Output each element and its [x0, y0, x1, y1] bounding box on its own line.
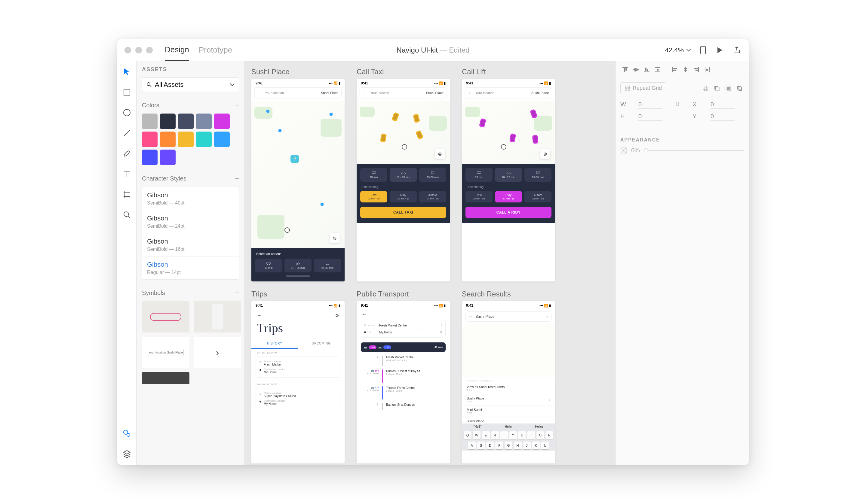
symbol-thumbnail[interactable]: [194, 301, 241, 332]
document-title: Navigo UI-kit — Edited: [397, 46, 470, 54]
charstyle-item[interactable]: GibsonSemiBold — 16pt: [142, 233, 239, 256]
charstyle-item[interactable]: GibsonSemiBold — 40pt: [142, 187, 239, 210]
lock-aspect-icon[interactable]: ⇵: [675, 101, 680, 108]
color-swatch[interactable]: [196, 114, 212, 129]
close-window-dot[interactable]: [124, 47, 131, 54]
artboard-call-taxi[interactable]: 9:41••• 📶 ▮ ←Your locationSushi Place ◎: [357, 79, 450, 282]
color-swatches: [142, 114, 244, 165]
tool-rectangle[interactable]: [122, 88, 132, 97]
titlebar: Design Prototype Navigo UI-kit — Edited …: [117, 39, 749, 61]
add-charstyle-icon[interactable]: +: [235, 174, 239, 183]
mobile-preview-icon[interactable]: [698, 45, 708, 55]
bus-icon: 🚌: [364, 346, 367, 349]
svg-rect-1: [124, 89, 130, 95]
artboard-label[interactable]: Search Results: [462, 290, 555, 298]
symbol-thumbnail[interactable]: [142, 372, 189, 384]
boolean-exclude-icon[interactable]: [735, 84, 744, 92]
tab-prototype[interactable]: Prototype: [199, 39, 232, 61]
color-swatch[interactable]: [178, 131, 194, 147]
tool-select[interactable]: [122, 67, 132, 77]
zoom-control[interactable]: 42.4%: [665, 46, 691, 54]
color-swatch[interactable]: [160, 150, 176, 165]
symbols-grid: Your locationSushi Place ›: [142, 301, 244, 384]
symbol-thumbnail[interactable]: ›: [194, 337, 241, 368]
ridy-car-icon: [532, 135, 538, 144]
add-symbol-icon[interactable]: +: [235, 289, 239, 297]
x-input[interactable]: 0: [711, 101, 735, 109]
tool-ellipse[interactable]: [122, 108, 132, 117]
tool-assets[interactable]: [122, 428, 132, 438]
artboard-label[interactable]: Call Lift: [462, 68, 555, 76]
color-swatch[interactable]: [214, 131, 230, 147]
color-swatch[interactable]: [142, 114, 157, 129]
opacity-control[interactable]: 0%: [620, 147, 744, 154]
opacity-slider[interactable]: [644, 150, 744, 151]
color-swatch[interactable]: [178, 114, 194, 129]
color-swatch[interactable]: [196, 131, 212, 147]
color-swatch[interactable]: [214, 114, 230, 129]
svg-point-19: [401, 173, 403, 174]
artboard-label[interactable]: Sushi Place: [252, 68, 345, 76]
minimize-window-dot[interactable]: [135, 47, 142, 54]
artboard-label[interactable]: Call Taxi: [357, 68, 450, 76]
charstyle-item[interactable]: GibsonRegular — 14pt: [142, 256, 239, 279]
tool-pen[interactable]: [122, 149, 132, 158]
boolean-subtract-icon[interactable]: [713, 84, 721, 92]
width-input[interactable]: 0: [639, 101, 663, 109]
add-color-icon[interactable]: +: [235, 101, 239, 109]
artboard-sushi-place[interactable]: 9:41••• 📶 ▮ ←Your locationSushi Place 🍴: [252, 79, 345, 282]
canvas[interactable]: Sushi Place 9:41••• 📶 ▮ ←Your locationSu…: [245, 61, 615, 465]
boolean-intersect-icon[interactable]: [724, 84, 733, 92]
status-bar: 9:41••• 📶 ▮: [252, 79, 345, 88]
symbol-thumbnail[interactable]: Your locationSushi Place: [142, 337, 189, 368]
tool-line[interactable]: [122, 128, 132, 138]
zoom-window-dot[interactable]: [146, 47, 153, 54]
tool-zoom[interactable]: [122, 210, 132, 220]
artboard-label[interactable]: Public Transport: [357, 290, 450, 298]
color-swatch[interactable]: [142, 131, 157, 147]
align-vcenter-icon[interactable]: [631, 66, 641, 73]
svg-rect-51: [628, 86, 630, 88]
color-swatch[interactable]: [160, 131, 176, 147]
assets-heading: ASSETS: [142, 66, 244, 73]
charstyle-item[interactable]: GibsonSemiBold — 24pt: [142, 210, 239, 233]
align-top-icon[interactable]: [620, 66, 630, 73]
distribute-h-icon[interactable]: [702, 66, 712, 73]
artboard-trips[interactable]: 9:41••• 📶 ▮ ←⚙ Trips HISTORY UPCOMING JA…: [252, 301, 345, 463]
artboard-label[interactable]: Trips: [252, 290, 345, 298]
align-right-icon[interactable]: [691, 66, 701, 73]
svg-rect-39: [673, 68, 677, 69]
taxi-car-icon: [391, 112, 399, 122]
keyboard-key: E: [482, 431, 489, 439]
taxi-car-icon: [413, 114, 420, 123]
share-icon[interactable]: [732, 45, 742, 55]
tool-text[interactable]: [122, 169, 132, 179]
assets-dropdown[interactable]: All Assets: [142, 78, 239, 92]
y-input[interactable]: 0: [711, 113, 735, 121]
tab-design[interactable]: Design: [165, 39, 189, 61]
svg-rect-21: [431, 171, 434, 174]
options-sheet: Select an option: 15 min 18 - 25 min 25-…: [252, 248, 345, 282]
color-swatch[interactable]: [142, 150, 157, 165]
distribute-v-icon[interactable]: [653, 66, 663, 73]
artboard-search-results[interactable]: 9:41••• 📶 ▮ ←Sushi Place× SEARCH RESULTS…: [462, 301, 555, 463]
tool-layers[interactable]: [122, 449, 132, 459]
repeat-grid-button[interactable]: Repeat Grid: [620, 82, 666, 94]
artboard-public-transport[interactable]: 9:41••• 📶 ▮ ← FromFresh Market Centre+ T…: [357, 301, 450, 463]
call-ridy-button: CALL A RIDY: [465, 207, 552, 218]
artboard-call-lift[interactable]: 9:41••• 📶 ▮ ←Your locationSushi Place ◎: [462, 79, 555, 282]
height-input[interactable]: 0: [639, 113, 663, 121]
color-swatch[interactable]: [160, 114, 176, 129]
align-hcenter-icon[interactable]: [681, 66, 690, 73]
svg-rect-15: [326, 262, 329, 264]
play-preview-icon[interactable]: [715, 45, 725, 55]
tool-artboard[interactable]: [122, 190, 132, 199]
align-bottom-icon[interactable]: [642, 66, 652, 73]
opacity-icon: [620, 147, 627, 154]
boolean-union-icon[interactable]: [701, 84, 710, 92]
symbol-thumbnail[interactable]: [142, 301, 189, 332]
walk-icon: 🚶: [362, 403, 379, 410]
keyboard-key: P: [545, 431, 553, 439]
svg-line-3: [124, 130, 130, 136]
align-left-icon[interactable]: [670, 66, 680, 73]
